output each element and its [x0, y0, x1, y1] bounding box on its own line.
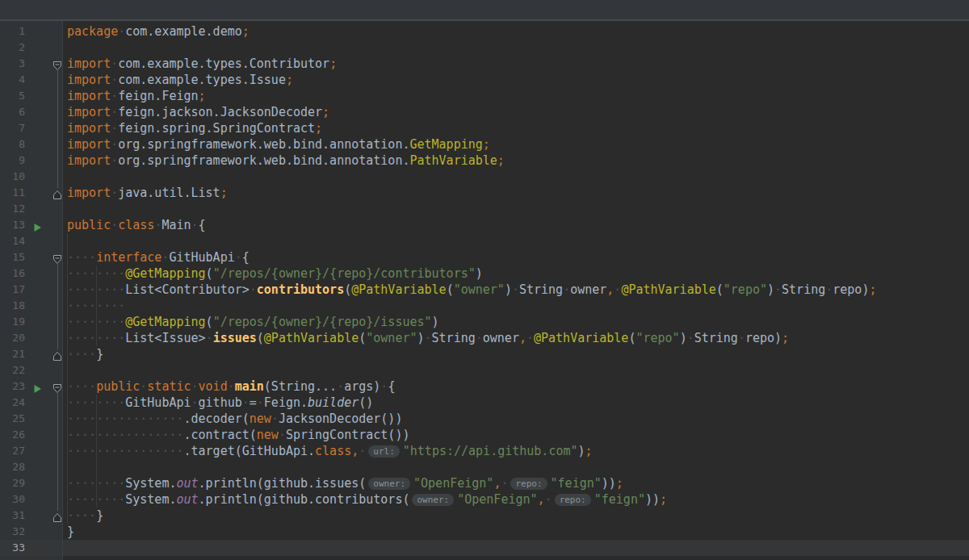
- code-line[interactable]: 18········: [0, 298, 969, 314]
- gutter-cell[interactable]: 16: [0, 265, 63, 282]
- gutter-cell[interactable]: 32: [0, 524, 63, 540]
- line-number[interactable]: 27: [0, 443, 25, 459]
- code-line[interactable]: 33: [0, 540, 969, 556]
- code-line[interactable]: 10: [0, 169, 969, 185]
- code-line-text[interactable]: import·java.util.List;: [63, 185, 969, 201]
- code-line[interactable]: 31····}: [0, 508, 969, 524]
- code-line[interactable]: 30········System.out.println(github.cont…: [0, 491, 969, 508]
- gutter-cell[interactable]: 21: [0, 346, 63, 362]
- line-number[interactable]: 3: [0, 56, 25, 72]
- gutter-cell[interactable]: 6: [0, 104, 63, 120]
- line-number[interactable]: 26: [0, 427, 25, 443]
- code-line-text[interactable]: ········System.out.println(github.contri…: [63, 491, 969, 508]
- gutter-cell[interactable]: 9: [0, 153, 63, 169]
- code-line-text[interactable]: package·com.example.demo;: [63, 23, 969, 40]
- line-number[interactable]: 21: [0, 346, 25, 362]
- line-number[interactable]: 16: [0, 265, 25, 282]
- code-line[interactable]: 29········System.out.println(github.issu…: [0, 475, 969, 491]
- line-number[interactable]: 13: [0, 217, 25, 233]
- gutter-cell[interactable]: 30: [0, 491, 63, 508]
- line-number[interactable]: 23: [0, 378, 25, 395]
- gutter-cell[interactable]: 3: [0, 56, 63, 72]
- code-line[interactable]: 26················.contract(new·SpringCo…: [0, 427, 969, 443]
- code-line[interactable]: 20········List<Issue>·issues(@PathVariab…: [0, 330, 969, 346]
- line-number[interactable]: 1: [0, 23, 25, 40]
- line-number[interactable]: 11: [0, 185, 25, 201]
- code-line[interactable]: 7import·feign.spring.SpringContract;: [0, 120, 969, 136]
- code-line[interactable]: 21····}: [0, 346, 969, 362]
- code-line[interactable]: 22: [0, 362, 969, 378]
- code-line-text[interactable]: ········@GetMapping("/repos/{owner}/{rep…: [63, 314, 969, 330]
- code-line[interactable]: 6import·feign.jackson.JacksonDecoder;: [0, 104, 969, 120]
- line-number[interactable]: 25: [0, 411, 25, 427]
- code-line[interactable]: 16········@GetMapping("/repos/{owner}/{r…: [0, 265, 969, 282]
- code-line-text[interactable]: [63, 40, 969, 56]
- gutter-cell[interactable]: 27: [0, 443, 63, 459]
- gutter-cell[interactable]: 5: [0, 88, 63, 104]
- code-line-text[interactable]: ····interface·GitHubApi·{: [63, 249, 969, 265]
- code-line-text[interactable]: ····public·static·void·main(String...·ar…: [63, 378, 969, 395]
- gutter-cell[interactable]: 15: [0, 249, 63, 265]
- code-line-text[interactable]: ········: [63, 298, 969, 314]
- line-number[interactable]: 30: [0, 491, 25, 508]
- line-number[interactable]: 29: [0, 475, 25, 491]
- code-line[interactable]: 28: [0, 459, 969, 475]
- code-line-text[interactable]: }: [63, 524, 969, 540]
- code-line[interactable]: 8import·org.springframework.web.bind.ann…: [0, 136, 969, 153]
- code-line-text[interactable]: import·feign.spring.SpringContract;: [63, 120, 969, 136]
- gutter-cell[interactable]: 7: [0, 120, 63, 136]
- code-line-text[interactable]: ········@GetMapping("/repos/{owner}/{rep…: [63, 265, 969, 282]
- code-line[interactable]: 17········List<Contributor>·contributors…: [0, 282, 969, 298]
- line-number[interactable]: 18: [0, 298, 25, 314]
- code-line-text[interactable]: ················.contract(new·SpringCont…: [63, 427, 969, 443]
- code-line[interactable]: 27················.target(GitHubApi.clas…: [0, 443, 969, 459]
- line-number[interactable]: 6: [0, 104, 25, 120]
- gutter-cell[interactable]: 10: [0, 169, 63, 185]
- code-line-text[interactable]: [63, 362, 969, 378]
- code-line[interactable]: 19········@GetMapping("/repos/{owner}/{r…: [0, 314, 969, 330]
- gutter-cell[interactable]: 1: [0, 23, 63, 40]
- line-number[interactable]: 22: [0, 362, 25, 378]
- code-line-text[interactable]: ····}: [63, 508, 969, 524]
- code-line-text[interactable]: [63, 169, 969, 185]
- gutter-cell[interactable]: 2: [0, 40, 63, 56]
- line-number[interactable]: 19: [0, 314, 25, 330]
- code-line-text[interactable]: import·com.example.types.Contributor;: [63, 56, 969, 72]
- gutter-cell[interactable]: 17: [0, 282, 63, 298]
- code-line-text[interactable]: ········List<Contributor>·contributors(@…: [63, 282, 969, 298]
- code-line[interactable]: 32}: [0, 524, 969, 540]
- line-number[interactable]: 32: [0, 524, 25, 540]
- gutter-cell[interactable]: 11: [0, 185, 63, 201]
- code-line[interactable]: 4import·com.example.types.Issue;: [0, 72, 969, 88]
- code-editor[interactable]: 1package·com.example.demo;23import·com.e…: [0, 21, 969, 560]
- line-number[interactable]: 2: [0, 40, 25, 56]
- gutter-cell[interactable]: 25: [0, 411, 63, 427]
- code-line-text[interactable]: [63, 201, 969, 217]
- code-line[interactable]: 11import·java.util.List;: [0, 185, 969, 201]
- gutter-cell[interactable]: 31: [0, 508, 63, 524]
- code-line-text[interactable]: [63, 540, 969, 556]
- code-line-text[interactable]: ····}: [63, 346, 969, 362]
- line-number[interactable]: 17: [0, 282, 25, 298]
- code-line-text[interactable]: import·feign.Feign;: [63, 88, 969, 104]
- line-number[interactable]: 10: [0, 169, 25, 185]
- code-line-text[interactable]: [63, 459, 969, 475]
- gutter-cell[interactable]: 28: [0, 459, 63, 475]
- gutter-cell[interactable]: 18: [0, 298, 63, 314]
- code-line-text[interactable]: [63, 233, 969, 249]
- code-line-text[interactable]: ········List<Issue>·issues(@PathVariable…: [63, 330, 969, 346]
- code-line-text[interactable]: public·class·Main·{: [63, 217, 969, 233]
- code-line[interactable]: 13public·class·Main·{: [0, 217, 969, 233]
- line-number[interactable]: 20: [0, 330, 25, 346]
- code-line-text[interactable]: ················.decoder(new·JacksonDeco…: [63, 411, 969, 427]
- gutter-cell[interactable]: 13: [0, 217, 63, 233]
- code-line-text[interactable]: ········System.out.println(github.issues…: [63, 475, 969, 491]
- gutter-cell[interactable]: 29: [0, 475, 63, 491]
- code-line[interactable]: 24········GitHubApi·github·=·Feign.build…: [0, 395, 969, 411]
- code-line-text[interactable]: ················.target(GitHubApi.class,…: [63, 443, 969, 459]
- gutter-cell[interactable]: 14: [0, 233, 63, 249]
- gutter-cell[interactable]: 8: [0, 136, 63, 153]
- line-number[interactable]: 14: [0, 233, 25, 249]
- line-number[interactable]: 7: [0, 120, 25, 136]
- line-number[interactable]: 15: [0, 249, 25, 265]
